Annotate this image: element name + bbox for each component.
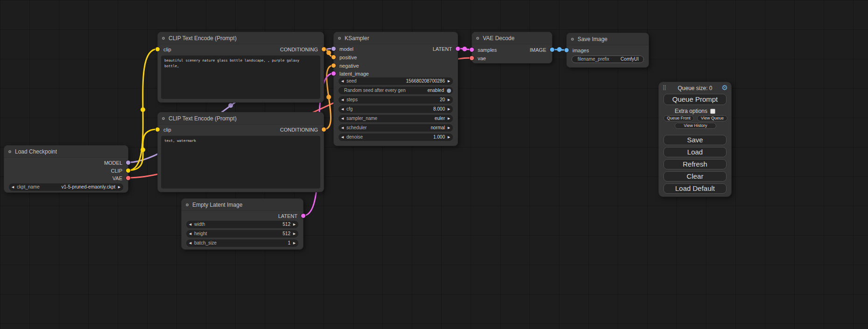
collapse-dot-icon[interactable] xyxy=(571,38,574,41)
scheduler-widget[interactable]: ◀ scheduler normal ▶ xyxy=(339,124,453,132)
node-title-bar[interactable]: VAE Decode xyxy=(472,32,552,44)
increment-arrow-icon[interactable]: ▶ xyxy=(290,239,298,247)
seed-widget[interactable]: ◀ seed 156680208700286 ▶ xyxy=(339,77,453,85)
positive-input-port[interactable] xyxy=(332,55,336,59)
vae-input-port[interactable] xyxy=(470,56,474,60)
images-input-port[interactable] xyxy=(565,48,569,52)
decrement-arrow-icon[interactable]: ◀ xyxy=(186,230,194,238)
increment-arrow-icon[interactable]: ▶ xyxy=(445,133,453,141)
input-label: clip xyxy=(163,47,171,52)
node-title: Empty Latent Image xyxy=(192,202,242,208)
input-label: clip xyxy=(163,127,171,133)
increment-arrow-icon[interactable]: ▶ xyxy=(445,77,453,85)
negative-input-port[interactable] xyxy=(332,63,336,68)
node-title: CLIP Text Encode (Prompt) xyxy=(169,35,237,42)
decrement-arrow-icon[interactable]: ◀ xyxy=(339,124,346,132)
node-clip-text-encode-negative[interactable]: CLIP Text Encode (Prompt) clip CONDITION… xyxy=(157,112,324,192)
queue-prompt-button[interactable]: Queue Prompt xyxy=(663,94,727,105)
increment-arrow-icon[interactable]: ▶ xyxy=(445,124,453,132)
increment-arrow-icon[interactable]: ▶ xyxy=(290,230,298,238)
decrement-arrow-icon[interactable]: ◀ xyxy=(339,115,346,122)
increment-arrow-icon[interactable]: ▶ xyxy=(445,115,453,122)
decrement-arrow-icon[interactable]: ◀ xyxy=(186,221,194,228)
increment-arrow-icon[interactable]: ▶ xyxy=(115,183,123,191)
samples-input-port[interactable] xyxy=(470,48,474,52)
collapse-dot-icon[interactable] xyxy=(162,37,165,40)
steps-widget[interactable]: ◀ steps 20 ▶ xyxy=(339,96,453,104)
prompt-textarea[interactable]: beautiful scenery nature glass bottle la… xyxy=(161,56,320,99)
conditioning-output-port[interactable] xyxy=(322,127,326,132)
increment-arrow-icon[interactable]: ▶ xyxy=(445,96,453,104)
toggle-indicator-icon[interactable] xyxy=(447,89,451,93)
decrement-arrow-icon[interactable]: ◀ xyxy=(339,77,346,85)
node-title-bar[interactable]: Empty Latent Image xyxy=(182,199,303,211)
widget-value: euler xyxy=(435,115,445,122)
node-graph-canvas[interactable]: Load Checkpoint MODEL CLIP VAE ◀ ckpt_na… xyxy=(0,0,868,329)
output-label: LATENT xyxy=(433,46,452,52)
decrement-arrow-icon[interactable]: ◀ xyxy=(186,239,194,247)
refresh-button[interactable]: Refresh xyxy=(663,159,727,169)
model-output-port[interactable] xyxy=(126,161,130,165)
load-default-button[interactable]: Load Default xyxy=(663,183,727,194)
collapse-dot-icon[interactable] xyxy=(8,150,11,153)
save-button[interactable]: Save xyxy=(663,135,727,145)
prompt-textarea[interactable]: text, watermark xyxy=(161,136,320,189)
sampler-name-widget[interactable]: ◀ sampler_name euler ▶ xyxy=(339,115,453,122)
image-output-port[interactable] xyxy=(550,48,554,52)
decrement-arrow-icon[interactable]: ◀ xyxy=(339,96,346,104)
link-midpoint-dot xyxy=(326,95,331,99)
conditioning-output-port[interactable] xyxy=(322,47,326,51)
widget-value: v1-5-pruned-emaonly.ckpt xyxy=(62,183,115,191)
random-seed-toggle-widget[interactable]: Random seed after every gen enabled xyxy=(339,87,453,94)
ckpt-name-widget[interactable]: ◀ ckpt_name v1-5-pruned-emaonly.ckpt ▶ xyxy=(9,183,123,191)
node-title: VAE Decode xyxy=(483,35,515,42)
height-widget[interactable]: ◀ height 512 ▶ xyxy=(186,230,298,238)
batch-size-widget[interactable]: ◀ batch_size 1 ▶ xyxy=(186,239,298,247)
output-label: IMAGE xyxy=(530,47,546,53)
node-ksampler[interactable]: KSampler model positive negative latent_… xyxy=(333,32,458,146)
increment-arrow-icon[interactable]: ▶ xyxy=(445,105,453,113)
clip-input-port[interactable] xyxy=(155,47,160,51)
queue-front-button[interactable]: Queue Front xyxy=(663,115,694,121)
node-title-bar[interactable]: CLIP Text Encode (Prompt) xyxy=(158,32,324,44)
denoise-widget[interactable]: ◀ denoise 1.000 ▶ xyxy=(339,133,453,141)
collapse-dot-icon[interactable] xyxy=(338,37,341,40)
view-queue-button[interactable]: View Queue xyxy=(697,115,727,121)
decrement-arrow-icon[interactable]: ◀ xyxy=(339,105,346,113)
latent-image-input-port[interactable] xyxy=(332,71,336,76)
extra-options-checkbox[interactable] xyxy=(710,109,715,114)
latent-output-port[interactable] xyxy=(301,214,305,218)
model-input-port[interactable] xyxy=(332,47,336,51)
increment-arrow-icon[interactable]: ▶ xyxy=(290,221,298,228)
collapse-dot-icon[interactable] xyxy=(162,117,165,120)
node-title-bar[interactable]: CLIP Text Encode (Prompt) xyxy=(158,112,324,125)
filename-prefix-widget[interactable]: filename_prefix ComfyUI xyxy=(572,56,644,63)
node-title-bar[interactable]: Load Checkpoint xyxy=(4,146,128,158)
decrement-arrow-icon[interactable]: ◀ xyxy=(9,183,17,191)
widget-label: denoise xyxy=(346,133,363,141)
output-label: VAE xyxy=(113,175,122,181)
node-title-bar[interactable]: Save Image xyxy=(567,33,649,45)
clip-output-port[interactable] xyxy=(126,168,130,173)
node-vae-decode[interactable]: VAE Decode samples vae IMAGE xyxy=(472,32,552,63)
node-title-bar[interactable]: KSampler xyxy=(334,32,458,44)
widget-value: 156680208700286 xyxy=(406,77,445,85)
cfg-widget[interactable]: ◀ cfg 8.000 ▶ xyxy=(339,105,453,113)
node-empty-latent-image[interactable]: Empty Latent Image LATENT ◀ width 512 ▶ … xyxy=(181,198,303,250)
output-label: CONDITIONING xyxy=(280,47,318,52)
decrement-arrow-icon[interactable]: ◀ xyxy=(339,133,346,141)
load-button[interactable]: Load xyxy=(663,147,727,157)
view-history-button[interactable]: View History xyxy=(675,123,716,129)
clear-button[interactable]: Clear xyxy=(663,171,727,182)
node-save-image[interactable]: Save Image images filename_prefix ComfyU… xyxy=(566,33,649,68)
collapse-dot-icon[interactable] xyxy=(186,203,189,206)
input-label: negative xyxy=(339,63,359,69)
clip-input-port[interactable] xyxy=(155,127,160,132)
node-load-checkpoint[interactable]: Load Checkpoint MODEL CLIP VAE ◀ ckpt_na… xyxy=(4,145,128,193)
settings-gear-icon[interactable]: ⚙ xyxy=(722,84,728,92)
width-widget[interactable]: ◀ width 512 ▶ xyxy=(186,221,298,228)
collapse-dot-icon[interactable] xyxy=(476,37,479,40)
node-clip-text-encode-positive[interactable]: CLIP Text Encode (Prompt) clip CONDITION… xyxy=(157,32,324,103)
latent-output-port[interactable] xyxy=(456,47,460,51)
vae-output-port[interactable] xyxy=(126,176,130,180)
